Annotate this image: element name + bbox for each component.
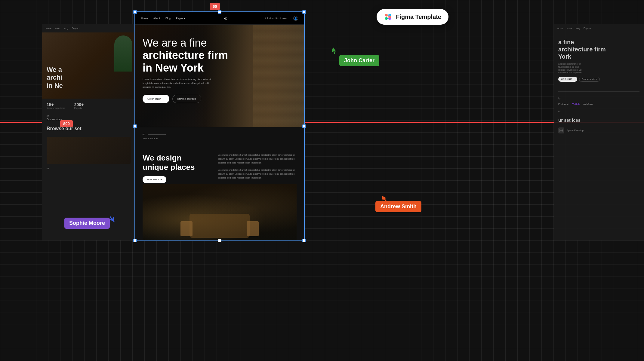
ghost-right-buttons: Get in touch → Browse services [558,77,639,82]
main-nav-user-icon[interactable]: 👤 [293,16,298,21]
hero-title-bold: architecture firm [143,49,228,61]
main-nav-links: Home About Blog Pages [141,17,185,20]
ghost-right-trusted: by [554,95,644,101]
ghost-right-logos: Pinterest Twitch webflow [554,101,644,107]
andrew-smith-badge: Andrew Smith [375,201,421,212]
ghost-right-divider [558,91,639,92]
browse-services-button[interactable]: Browse services [172,95,201,103]
ghost-right-title: a finearchitecture firmYork [558,38,639,60]
plant-decoration [114,35,132,72]
design-title: We design unique places [143,153,212,172]
main-nav: Home About Blog Pages « info@architectr.… [135,12,304,25]
table-shape [190,214,250,238]
ghost-logo-pinterest: Pinterest [558,103,569,106]
about-label: About the firm [143,137,297,140]
ghost-right-hero: a finearchitecture firmYork adipiscing d… [554,32,644,88]
ghost-left-stats: 15+ Years of experience 200+ Projects [42,99,135,113]
main-nav-right: info@architectr.com → 👤 [265,16,298,21]
john-carter-badge: John Carter [339,55,379,66]
svg-point-6 [388,16,391,18]
ghost-right-subtitle: adipiscing diam tortor sitfeugiat dictum… [558,63,639,74]
chair-shape-right [247,221,259,236]
ghost-page-left: Home About Blog Pages ▾ We aarchiin Ne 1… [42,24,135,240]
ghost-space-planning: Space Planning [554,125,644,136]
ghost-left-hero-image: We aarchiin Ne [42,32,135,99]
nav-home[interactable]: Home [141,17,148,20]
nav-blog[interactable]: Blog [165,17,171,20]
figma-icon [384,13,392,21]
hero-title-location: in New York [143,62,204,74]
ghost-left-nav-about: About [55,27,60,29]
design-text-2: Lorem ipsum dolor sit amet consectetur a… [218,168,297,180]
main-page: Home About Blog Pages « info@architectr.… [135,12,304,240]
sophie-moore-badge: Sophie Moore [64,218,110,229]
ghost-logo-twitch: Twitch [572,103,580,106]
ghost-right-nav: Home About Blog Pages ▾ [554,24,644,32]
ghost-left-nav-blog: Blog [64,27,68,29]
hero-buttons: Get in touch → Browse services [143,95,297,103]
figma-template-badge[interactable]: Figma Template [377,9,448,25]
design-title-line2: unique places [143,163,195,172]
more-about-us-button[interactable]: More about us [143,176,166,183]
hero-title-light: We are a fine [143,37,207,49]
nav-about[interactable]: About [153,17,160,20]
main-about-section: 02 About the firm [135,127,304,146]
ghost-right-nav-home: Home [557,27,563,29]
main-design-section: We design unique places More about us Lo… [135,146,304,240]
ghost-stat-years: 15+ Years of experience [47,102,65,109]
chair-shape-left [180,221,193,236]
hero-title: We are a fine architecture firm in New Y… [143,37,233,74]
get-in-touch-button[interactable]: Get in touch → [143,95,169,103]
ghost-browse-services: Browse services [579,77,600,82]
hero-subtitle: Lorem ipsum dolor sit amet consectetur a… [143,78,218,89]
svg-rect-4 [385,17,388,20]
design-left-col: We design unique places More about us [143,153,212,183]
hero-content: We are a fine architecture firm in New Y… [135,25,304,109]
main-nav-email: info@architectr.com → [265,17,290,20]
ghost-get-in-touch: Get in touch → [558,77,577,82]
ghost-page-right: Home About Blog Pages ▾ a finearchitectu… [554,24,644,240]
svg-marker-9 [110,216,115,223]
svg-rect-2 [385,14,388,17]
design-text-1: Lorem ipsum dolor sit amet consectetur a… [218,153,297,165]
ghost-right-nav-about: About [567,27,572,29]
figma-label: Figma Template [396,14,441,20]
canvas-area: Home About Blog Pages ▾ We aarchiin Ne 1… [0,0,644,361]
ghost-right-services-title: ur set ices [554,115,644,125]
cursor-sophie-moore [110,216,116,223]
ghost-left-nav: Home About Blog Pages ▾ [42,24,135,32]
design-title-line1: We design [143,153,182,162]
svg-marker-8 [382,195,387,202]
ghost-sp-icon [558,127,564,133]
cursor-andrew-smith [382,195,389,202]
ghost-right-nav-pages: Pages ▾ [584,27,591,29]
ghost-left-hero-text: We aarchiin Ne [47,66,63,90]
ghost-right-nav-blog: Blog [576,27,580,29]
ghost-stat-projects: 200+ Projects [74,102,84,109]
ghost-left-title: We aarchiin Ne [47,66,63,90]
ghost-sp-label: Space Planning [567,129,584,132]
ghost-right-section2: 02 [554,107,644,115]
distance-badge-left: 800 [60,120,73,127]
ghost-left-nav-pages: Pages ▾ [72,27,80,29]
ghost-left-service-num: 02 [42,166,135,171]
ghost-left-nav-home: Home [46,27,51,29]
ghost-logo-webflow: webflow [583,103,593,106]
nav-pages[interactable]: Pages [176,17,185,20]
design-image [143,184,297,240]
main-logo: « [224,16,226,21]
about-number: 02 [143,133,297,136]
main-hero: We are a fine architecture firm in New Y… [135,25,304,127]
cursor-john-carter [332,47,339,54]
ghost-left-services-title: Browse our set [42,123,135,134]
ghost-left-section: 02 Our services [42,113,135,123]
distance-badge-top: 60 [210,3,220,10]
ghost-left-service-image [47,137,131,164]
svg-marker-7 [332,47,337,54]
design-right-col: Lorem ipsum dolor sit amet consectetur a… [212,153,297,184]
